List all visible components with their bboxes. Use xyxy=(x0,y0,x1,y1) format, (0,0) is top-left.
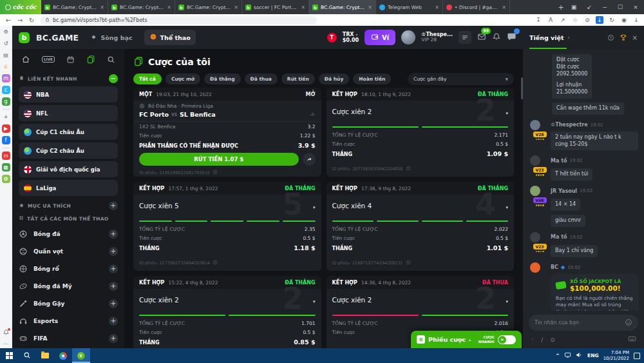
browser-tab[interactable]: bBC.Game: Crypto Casino× xyxy=(108,0,175,14)
tab-close-icon[interactable]: × xyxy=(435,5,439,10)
tab-search-icon[interactable]: ▣ xyxy=(567,0,581,14)
taskbar-search-button[interactable] xyxy=(18,348,36,363)
live-tab[interactable]: LIVE xyxy=(42,56,55,63)
sort-dropdown[interactable]: Cược gần đây ▼ xyxy=(408,73,514,85)
betslip-bar[interactable]: ≡ Phiếu cược ▴ CƯỢCNHANH! ➤ xyxy=(411,331,522,348)
downloads-icon[interactable]: ↓ xyxy=(632,16,640,24)
sidebar-item-gi-i-v-ch-qu-c-gia[interactable]: Giải vô địch quốc gia xyxy=(19,161,118,177)
settings-icon[interactable]: ⚙ xyxy=(2,28,10,36)
sidebar-item-nba[interactable]: NBA xyxy=(19,86,118,103)
game-app-icon[interactable]: g xyxy=(2,97,10,106)
match-stats-button[interactable] xyxy=(310,111,316,118)
filter-c-c-m-[interactable]: Cược mở xyxy=(166,74,200,84)
filter-t-t-c-[interactable]: Tất cả xyxy=(133,74,162,84)
slash-command-icon[interactable]: ∕ xyxy=(541,337,543,343)
nav-casino[interactable]: Sòng bạc xyxy=(85,30,137,45)
expand-card-icon[interactable]: ▾ xyxy=(506,299,508,304)
sidebar-sport-esports[interactable]: Esports+ xyxy=(19,312,118,329)
browser-tab[interactable]: bBC.Game: Crypto Casino× xyxy=(175,0,242,14)
sync-icon[interactable]: ↻ xyxy=(608,16,616,24)
profile-icon[interactable]: ◉ xyxy=(620,16,628,24)
copy-id-button[interactable] xyxy=(406,166,411,172)
expand-sport-button[interactable]: + xyxy=(109,317,118,326)
messenger-icon[interactable]: m xyxy=(2,74,10,83)
tab-close-icon[interactable]: × xyxy=(368,5,372,10)
chat-message-input[interactable] xyxy=(535,320,621,326)
expand-card-icon[interactable]: ▾ xyxy=(506,205,508,210)
chat-toggle-button[interactable] xyxy=(507,32,516,44)
bcgame-logo-text[interactable]: BC.GAME xyxy=(36,33,79,43)
expand-card-icon[interactable]: ▾ xyxy=(313,205,316,210)
trophy-icon[interactable] xyxy=(620,32,627,44)
expand-card-icon[interactable]: ▾ xyxy=(313,299,316,304)
keyboard-icon[interactable] xyxy=(628,335,636,344)
my-bets-icon[interactable] xyxy=(86,55,95,64)
info-icon[interactable] xyxy=(607,32,614,44)
filter--thua[interactable]: Đã thua xyxy=(245,74,278,84)
url-box[interactable]: bc.game/vi/sports?bt-path=%2Fbets xyxy=(40,16,317,25)
add-favorite-button[interactable]: + xyxy=(109,201,118,210)
reload-button[interactable]: ↻ xyxy=(27,17,36,24)
chat-username[interactable]: ♔Thespectre xyxy=(551,122,588,128)
close-button[interactable]: × xyxy=(629,0,643,14)
nav-sports[interactable]: Thể thao xyxy=(144,30,196,45)
balance-selector[interactable]: TRX ▾ $0.00 xyxy=(343,32,359,43)
tab-close-icon[interactable]: × xyxy=(502,5,506,10)
coccoc-button[interactable]: c xyxy=(72,348,90,363)
wallet-button[interactable]: Ví xyxy=(365,30,395,45)
chat-language-selector[interactable]: Tiếng việt xyxy=(529,34,564,41)
crown-icon[interactable]: ♕ xyxy=(2,63,10,71)
browser-brand[interactable]: cốc cốc xyxy=(0,0,41,14)
notifications-button[interactable] xyxy=(492,32,501,44)
quick-bet-toggle[interactable]: ➤ xyxy=(498,335,516,344)
sidebar-sport-tennis[interactable]: Quần vợt+ xyxy=(19,242,118,260)
expand-sport-button[interactable]: + xyxy=(109,247,118,256)
share-bet-button[interactable] xyxy=(303,153,316,166)
share-page-icon[interactable]: ↗ xyxy=(559,16,567,24)
sidebar-item-nfl[interactable]: NFL xyxy=(19,105,118,121)
search-icon[interactable] xyxy=(107,55,115,64)
browser-tab[interactable]: bsoccer | FC Porto vs SL B× xyxy=(242,0,309,14)
taskbar-clock[interactable]: 7:04 PM10/21/2022 xyxy=(603,350,629,362)
smiley-icon[interactable] xyxy=(625,317,632,329)
copy-id-button[interactable] xyxy=(213,170,218,176)
user-info[interactable]: ♔Thespe... VIP 28 xyxy=(421,32,453,43)
filter--th-ng[interactable]: Đã thắng xyxy=(204,74,241,84)
sidebar-sport-basketball[interactable]: Bóng rổ+ xyxy=(19,260,118,277)
collapse-quick-links-button[interactable]: − xyxy=(109,74,118,83)
maximize-button[interactable]: ☐ xyxy=(613,0,627,14)
start-button[interactable] xyxy=(0,348,18,363)
chat-username[interactable]: BC xyxy=(551,264,558,270)
cloud-app-icon[interactable]: c xyxy=(2,86,10,94)
rain-icon[interactable]: ◦ xyxy=(531,337,534,343)
tab-close-icon[interactable]: × xyxy=(100,5,104,10)
chat-username[interactable]: Ma tố xyxy=(551,234,567,240)
save-page-icon[interactable]: ↧ xyxy=(535,16,542,24)
forward-button[interactable]: → xyxy=(15,17,24,24)
quick-menu-button[interactable] xyxy=(459,31,471,44)
close-chat-icon[interactable]: × xyxy=(632,34,638,41)
expand-card-icon[interactable]: ▾ xyxy=(506,111,508,116)
chat-username[interactable]: JR Yasoul xyxy=(551,188,577,194)
filter--h-y[interactable]: Đã hủy xyxy=(319,74,350,84)
more-icon[interactable]: ⋯ xyxy=(2,340,10,348)
download-manager-icon[interactable]: ↓ xyxy=(596,16,603,24)
sidebar-item-c-p-c1-ch-u-u[interactable]: Cúp C1 châu Âu xyxy=(19,124,118,140)
browser-tab[interactable]: bBC.Game: Crypto Casino× xyxy=(41,0,108,14)
network-icon[interactable] xyxy=(564,351,571,360)
mail-button[interactable]: 99 xyxy=(477,32,486,44)
translate-icon[interactable]: A xyxy=(547,16,554,24)
minimize-button[interactable]: − xyxy=(598,0,612,14)
history-icon[interactable]: ↺ xyxy=(2,39,10,48)
sidebar-sport-fifa[interactable]: FIFA+ xyxy=(19,329,118,347)
sidebar-sport-soccer[interactable]: Bóng đá+ xyxy=(19,225,118,242)
cashout-button[interactable]: RÚT TIỀN 1.07 $ xyxy=(139,153,299,166)
expand-sport-button[interactable]: + xyxy=(109,264,118,273)
speaker-icon[interactable] xyxy=(576,351,583,360)
tab-close-icon[interactable]: × xyxy=(234,5,238,10)
rules-icon[interactable]: ⊙ xyxy=(550,337,555,343)
expand-sport-button[interactable]: + xyxy=(109,282,118,291)
filter-ho-n-ti-n[interactable]: Hoàn tiền xyxy=(353,74,391,84)
tab-close-icon[interactable]: × xyxy=(301,5,305,10)
reading-list-icon[interactable]: ▤ xyxy=(2,51,10,59)
